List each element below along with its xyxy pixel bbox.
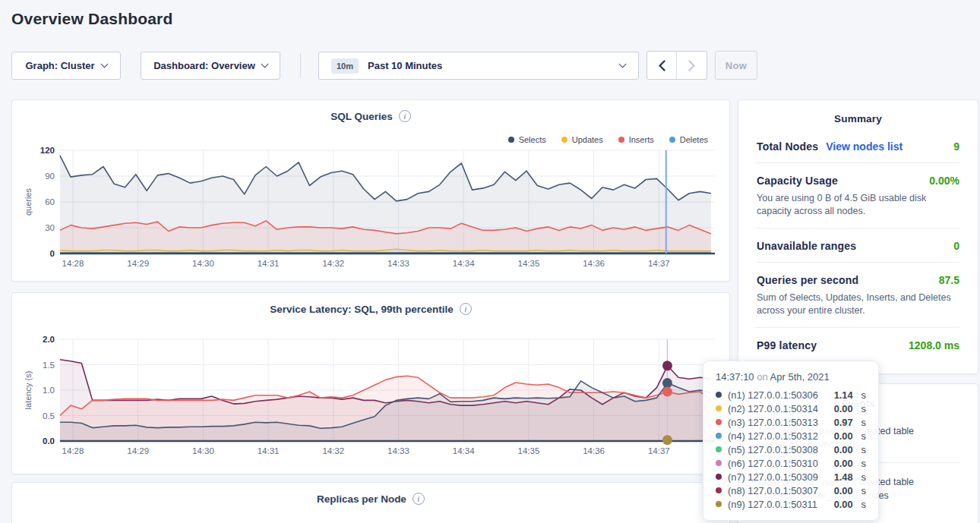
summary-row-p99: P99 latency 1208.0 ms [757, 328, 959, 361]
sql-queries-chart-card: SQL Queries i SelectsUpdatesInsertsDelet… [11, 99, 730, 282]
svg-text:14:36: 14:36 [583, 446, 605, 455]
legend-dot [669, 137, 675, 143]
summary-row-total-nodes: Total Nodes View nodes list 9 [757, 129, 959, 163]
unavailable-ranges-value: 0 [953, 240, 959, 252]
chevron-right-icon [688, 60, 696, 71]
service-latency-chart-plot[interactable]: 14:2814:2914:3014:3114:3214:3314:3414:35… [12, 335, 731, 468]
page-title: Overview Dashboard [11, 10, 173, 28]
svg-text:1.0: 1.0 [43, 386, 55, 395]
svg-text:120: 120 [40, 146, 55, 155]
svg-text:14:35: 14:35 [518, 259, 540, 268]
service-latency-chart-card: Service Latency: SQL, 99th percentile i … [11, 292, 730, 474]
chevron-left-icon [658, 60, 666, 71]
svg-text:14:28: 14:28 [62, 259, 84, 268]
event-item: Table created: user root created tablemo… [757, 412, 959, 463]
total-nodes-label: Total Nodes [757, 140, 818, 153]
sql-queries-chart-title: SQL Queries [330, 111, 393, 122]
summary-row-capacity: Capacity Usage 0.00% You are using 0 B o… [757, 163, 959, 228]
sql-queries-chart-plot[interactable]: 14:2814:2914:3014:3114:3214:3314:3414:35… [12, 146, 731, 279]
svg-text:14:37: 14:37 [648, 446, 670, 455]
svg-text:60: 60 [45, 197, 55, 206]
graph-dropdown-label: Graph: Cluster [25, 60, 94, 71]
legend-item-deletes[interactable]: Deletes [669, 135, 708, 144]
chevron-down-icon [100, 61, 108, 68]
info-icon[interactable]: i [460, 303, 472, 315]
now-button[interactable]: Now [715, 51, 757, 80]
legend-item-inserts[interactable]: Inserts [618, 135, 654, 144]
qps-value: 87.5 [939, 274, 959, 286]
chevron-down-icon [261, 61, 268, 68]
p99-latency-value: 1208.0 ms [909, 339, 959, 351]
p99-latency-label: P99 latency [757, 339, 817, 351]
legend-item-updates[interactable]: Updates [561, 135, 603, 144]
svg-text:14:28: 14:28 [62, 446, 84, 455]
dashboard-dropdown[interactable]: Dashboard: Overview [141, 52, 280, 80]
capacity-usage-desc: You are using 0 B of 4.5 GiB usable disk… [757, 192, 959, 218]
dashboard-dropdown-label: Dashboard: Overview [153, 60, 255, 71]
legend-label: Updates [572, 135, 603, 144]
svg-text:14:37: 14:37 [648, 259, 670, 268]
time-pager [646, 51, 707, 80]
summary-row-qps: Queries per second 87.5 Sum of Selects, … [757, 263, 959, 328]
svg-text:14:31: 14:31 [258, 259, 280, 268]
svg-text:latency (s): latency (s) [24, 371, 33, 410]
svg-text:1.5: 1.5 [43, 361, 55, 370]
qps-label: Queries per second [757, 274, 858, 286]
svg-text:14:35: 14:35 [518, 446, 540, 455]
legend-dot [508, 137, 514, 143]
legend-label: Selects [519, 135, 546, 144]
service-latency-chart-title: Service Latency: SQL, 99th percentile [270, 304, 454, 315]
graph-dropdown[interactable]: Graph: Cluster [11, 52, 121, 80]
summary-row-unavailable-ranges: Unavailable ranges 0 [757, 228, 959, 263]
events-panel: Events Table created: user root created … [738, 383, 978, 523]
summary-title: Summary [738, 100, 978, 129]
replicas-per-node-chart-card: Replicas per Node i [11, 482, 730, 523]
svg-text:14:34: 14:34 [453, 446, 475, 455]
svg-text:0.0: 0.0 [43, 436, 55, 446]
legend-dot [561, 137, 567, 143]
info-icon[interactable]: i [413, 493, 425, 505]
time-forward-button[interactable] [677, 52, 707, 79]
view-nodes-list-link[interactable]: View nodes list [826, 140, 903, 153]
svg-text:0: 0 [50, 249, 55, 258]
chevron-down-icon [619, 61, 627, 68]
svg-text:14:29: 14:29 [127, 259, 149, 268]
events-list: Table created: user root created tablemo… [738, 412, 978, 513]
node-color-dot [716, 474, 722, 480]
svg-text:14:29: 14:29 [127, 446, 149, 455]
time-range-badge: 10m [331, 58, 359, 74]
svg-text:30: 30 [45, 223, 55, 232]
legend-dot [618, 137, 624, 143]
info-icon[interactable]: i [399, 110, 411, 122]
legend-item-selects[interactable]: Selects [508, 135, 546, 144]
legend-label: Inserts [629, 135, 654, 144]
svg-text:14:30: 14:30 [192, 259, 214, 268]
svg-text:0.5: 0.5 [43, 411, 55, 421]
svg-text:queries: queries [24, 187, 33, 216]
legend-label: Deletes [680, 135, 708, 144]
overview-dashboard-page: Overview Dashboard Graph: Cluster Dashbo… [0, 0, 980, 523]
sql-queries-legend: SelectsUpdatesInsertsDeletes [508, 135, 708, 144]
events-title: Events [738, 384, 978, 412]
capacity-usage-value: 0.00% [929, 175, 959, 187]
time-range-label: Past 10 Minutes [368, 60, 442, 71]
svg-text:14:33: 14:33 [387, 446, 409, 455]
svg-text:14:33: 14:33 [387, 259, 409, 268]
svg-text:14:36: 14:36 [583, 259, 605, 268]
svg-text:14:34: 14:34 [453, 259, 475, 268]
controls-divider [300, 53, 301, 78]
svg-text:14:30: 14:30 [192, 446, 214, 455]
svg-text:2.0: 2.0 [43, 335, 55, 344]
qps-desc: Sum of Selects, Updates, Inserts, and De… [757, 291, 959, 317]
time-range-selector[interactable]: 10m Past 10 Minutes [318, 52, 639, 80]
unavailable-ranges-label: Unavailable ranges [757, 240, 856, 252]
time-back-button[interactable] [647, 52, 677, 79]
summary-panel: Summary Total Nodes View nodes list 9 Ca… [738, 99, 978, 374]
svg-text:14:32: 14:32 [322, 259, 344, 268]
total-nodes-value: 9 [953, 140, 959, 153]
capacity-usage-label: Capacity Usage [757, 175, 838, 187]
svg-text:14:32: 14:32 [322, 446, 344, 455]
replicas-chart-title: Replicas per Node [317, 493, 406, 505]
event-item: Table created: user root created tablemo… [757, 463, 959, 513]
svg-text:90: 90 [45, 172, 55, 181]
